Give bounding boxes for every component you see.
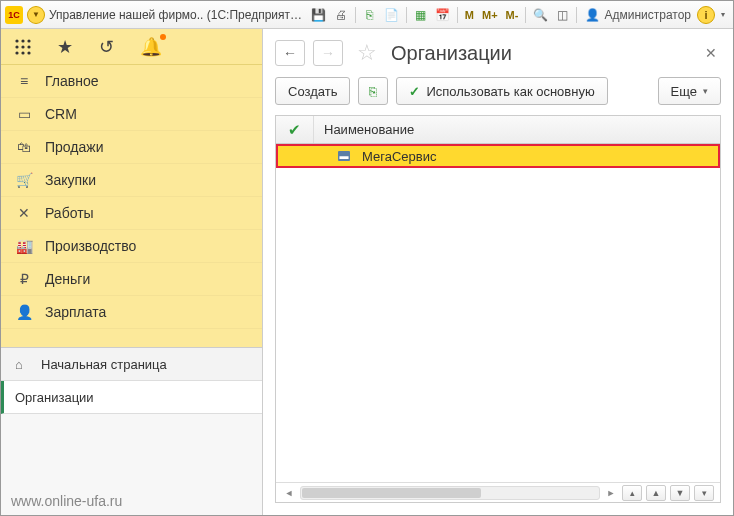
sidebar-item-main[interactable]: ≡Главное (1, 65, 262, 98)
tab-start-page[interactable]: ⌂Начальная страница (1, 348, 262, 381)
notifications-bell-icon[interactable]: 🔔 (140, 36, 162, 58)
factory-icon: 🏭 (15, 237, 33, 255)
footer-url: www.online-ufa.ru (11, 493, 122, 509)
svg-point-3 (15, 45, 18, 48)
sidebar-item-money[interactable]: ₽Деньги (1, 263, 262, 296)
svg-point-2 (27, 39, 30, 42)
doc-icon[interactable]: 📄 (382, 5, 402, 25)
column-header-name[interactable]: Наименование (314, 122, 720, 137)
m-plus-button[interactable]: M+ (479, 9, 501, 21)
logo-1c-icon: 1C (5, 6, 23, 24)
page-down-button[interactable]: ▼ (670, 485, 690, 501)
copy-icon: ⎘ (369, 84, 377, 99)
column-header-check[interactable]: ✔ (276, 116, 314, 143)
page-title: Организации (391, 42, 512, 65)
more-button[interactable]: Еще▾ (658, 77, 721, 105)
copy-button[interactable]: ⎘ (358, 77, 388, 105)
row-name: МегаСервис (358, 149, 718, 164)
page-up-button[interactable]: ▲ (646, 485, 666, 501)
sidebar-item-label: Работы (45, 205, 94, 221)
sidebar-item-works[interactable]: ✕Работы (1, 197, 262, 230)
svg-point-8 (27, 51, 30, 54)
tools-icon: ✕ (15, 204, 33, 222)
cart-icon: 🛒 (15, 171, 33, 189)
history-icon[interactable]: ↺ (99, 36, 114, 58)
sidebar-item-label: Деньги (45, 271, 90, 287)
m-button[interactable]: M (462, 9, 477, 21)
sidebar-item-label: Зарплата (45, 304, 106, 320)
sidebar-item-label: Главное (45, 73, 99, 89)
sidebar-item-label: CRM (45, 106, 77, 122)
create-button[interactable]: Создать (275, 77, 350, 105)
tab-organizations[interactable]: Организации (1, 381, 262, 414)
notification-dot-icon (160, 34, 166, 40)
m-minus-button[interactable]: M- (503, 9, 522, 21)
apps-grid-icon[interactable] (15, 39, 31, 55)
person-icon: 👤 (15, 303, 33, 321)
tab-label: Начальная страница (41, 357, 167, 372)
list-icon: ≡ (15, 72, 33, 90)
compare-icon[interactable]: ⎘ (360, 5, 380, 25)
save-icon[interactable]: 💾 (309, 5, 329, 25)
svg-point-0 (15, 39, 18, 42)
page-last-button[interactable]: ▾ (694, 485, 714, 501)
use-as-main-button[interactable]: ✓Использовать как основную (396, 77, 607, 105)
print-icon[interactable]: 🖨 (331, 5, 351, 25)
basket-icon: 🛍 (15, 138, 33, 156)
user-icon: 👤 (585, 8, 600, 22)
zoom-icon[interactable]: 🔍 (530, 5, 550, 25)
collapse-icon[interactable]: ▬ (338, 151, 350, 161)
svg-point-1 (21, 39, 24, 42)
horizontal-scrollbar[interactable] (300, 486, 600, 500)
favorites-star-icon[interactable]: ★ (57, 36, 73, 58)
sidebar-item-crm[interactable]: ▭CRM (1, 98, 262, 131)
nav-back-button[interactable]: ← (275, 40, 305, 66)
data-grid: ✔ Наименование ▬ МегаСервис ◄ ► ▴ ▲ ▼ ▾ (275, 115, 721, 503)
favorite-star-icon[interactable]: ☆ (357, 40, 377, 66)
sidebar-item-label: Продажи (45, 139, 103, 155)
home-icon: ⌂ (15, 357, 31, 372)
sidebar-item-purchases[interactable]: 🛒Закупки (1, 164, 262, 197)
app-title: Управление нашей фирмо.. (1С:Предприятие… (49, 8, 307, 22)
svg-point-4 (21, 45, 24, 48)
app-menu-dropdown[interactable]: ▼ (27, 6, 45, 24)
sidebar-item-label: Закупки (45, 172, 96, 188)
nav-forward-button[interactable]: → (313, 40, 343, 66)
info-icon[interactable]: i (697, 6, 715, 24)
user-menu[interactable]: 👤 Администратор (581, 8, 695, 22)
titlebar: 1C ▼ Управление нашей фирмо.. (1С:Предпр… (1, 1, 733, 29)
tab-label: Организации (15, 390, 94, 405)
sidebar: ★ ↺ 🔔 ≡Главное ▭CRM 🛍Продажи 🛒Закупки ✕Р… (1, 29, 263, 515)
calc-icon[interactable]: ▦ (411, 5, 431, 25)
check-icon: ✓ (409, 84, 420, 99)
main-area: ← → ☆ Организации ✕ Создать ⎘ ✓Использов… (263, 29, 733, 515)
window-icon[interactable]: ◫ (552, 5, 572, 25)
svg-point-6 (15, 51, 18, 54)
sidebar-item-sales[interactable]: 🛍Продажи (1, 131, 262, 164)
table-row[interactable]: ▬ МегаСервис (276, 144, 720, 168)
calendar-icon[interactable]: 📅 (433, 5, 453, 25)
page-first-button[interactable]: ▴ (622, 485, 642, 501)
scroll-right-icon[interactable]: ► (604, 486, 618, 500)
sidebar-item-salary[interactable]: 👤Зарплата (1, 296, 262, 329)
scroll-left-icon[interactable]: ◄ (282, 486, 296, 500)
sidebar-item-production[interactable]: 🏭Производство (1, 230, 262, 263)
svg-point-7 (21, 51, 24, 54)
info-dropdown[interactable]: ▾ (717, 5, 729, 25)
ruble-icon: ₽ (15, 270, 33, 288)
card-icon: ▭ (15, 105, 33, 123)
caret-down-icon: ▾ (703, 86, 708, 96)
check-icon: ✔ (288, 121, 301, 139)
sidebar-item-label: Производство (45, 238, 136, 254)
user-label: Администратор (604, 8, 691, 22)
svg-point-5 (27, 45, 30, 48)
close-button[interactable]: ✕ (701, 41, 721, 65)
sidebar-nav: ≡Главное ▭CRM 🛍Продажи 🛒Закупки ✕Работы … (1, 65, 262, 329)
